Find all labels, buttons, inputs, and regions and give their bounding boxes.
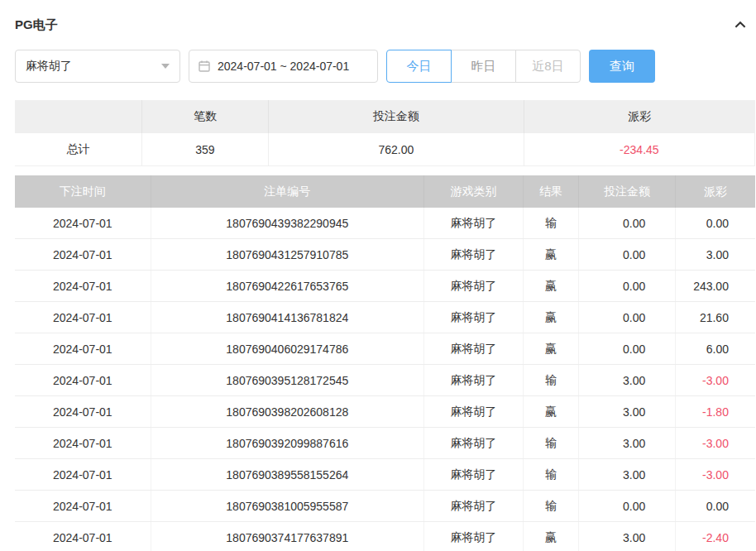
table-row: 2024-07-01 1807690381005955587 麻将胡了 输 0.…	[15, 491, 755, 522]
bet-time-cell: 2024-07-01	[15, 522, 151, 551]
game-type-cell: 麻将胡了	[424, 428, 524, 458]
game-select[interactable]: 麻将胡了	[15, 50, 180, 83]
game-type-cell: 麻将胡了	[424, 271, 524, 301]
summary-table: 笔数 投注金额 派彩 总计 359 762.00 -234.45	[15, 100, 755, 166]
bet-time-cell: 2024-07-01	[15, 365, 151, 395]
quick-filter-group: 今日 昨日 近8日	[386, 50, 581, 83]
panel-header: PG电子	[15, 13, 754, 36]
summary-header-count: 笔数	[142, 100, 269, 133]
summary-payout-value: -234.45	[524, 133, 755, 166]
summary-header-bet-amount: 投注金额	[269, 100, 524, 133]
date-range-input[interactable]: 2024-07-01 ~ 2024-07-01	[189, 50, 378, 83]
bet-table: 下注时间 注单编号 游戏类别 结果 投注金额 派彩 2024-07-01 180…	[15, 175, 755, 551]
bet-time-cell: 2024-07-01	[15, 396, 151, 427]
filter-bar: 麻将胡了 2024-07-01 ~ 2024-07-01 今日 昨日 近8日 查…	[15, 50, 754, 83]
bet-amount-cell: 0.00	[579, 333, 676, 364]
game-type-cell: 麻将胡了	[424, 365, 524, 395]
table-row: 2024-07-01 1807690422617653765 麻将胡了 赢 0.…	[15, 271, 755, 302]
order-id-cell: 1807690398202608128	[151, 396, 424, 427]
table-row: 2024-07-01 1807690406029174786 麻将胡了 赢 0.…	[15, 333, 755, 365]
bet-time-cell: 2024-07-01	[15, 271, 151, 301]
header-bet-time: 下注时间	[15, 175, 151, 208]
summary-bet-amount-value: 762.00	[269, 133, 524, 166]
search-button[interactable]: 查询	[589, 50, 655, 83]
result-cell: 赢	[524, 302, 579, 333]
bet-time-cell: 2024-07-01	[15, 302, 151, 333]
bet-amount-cell: 3.00	[579, 522, 676, 551]
payout-cell: -3.00	[676, 459, 755, 490]
result-cell: 赢	[524, 522, 579, 551]
table-row: 2024-07-01 1807690395128172545 麻将胡了 输 3.…	[15, 365, 755, 396]
bet-records-panel: PG电子 麻将胡了 2024-07-01 ~ 2024-07-01 今日 昨日	[0, 0, 756, 551]
summary-count-value: 359	[142, 133, 269, 166]
game-type-cell: 麻将胡了	[424, 459, 524, 490]
bet-time-cell: 2024-07-01	[15, 208, 151, 238]
table-row: 2024-07-01 1807690389558155264 麻将胡了 输 3.…	[15, 459, 755, 491]
game-select-value: 麻将胡了	[26, 59, 72, 74]
chevron-up-icon[interactable]	[733, 17, 748, 32]
order-id-cell: 1807690392099887616	[151, 428, 424, 458]
table-row: 2024-07-01 1807690431257910785 麻将胡了 赢 0.…	[15, 239, 755, 271]
table-row: 2024-07-01 1807690414136781824 麻将胡了 赢 0.…	[15, 302, 755, 333]
payout-cell: -2.40	[676, 522, 755, 551]
summary-total-label: 总计	[15, 133, 142, 166]
bet-time-cell: 2024-07-01	[15, 239, 151, 270]
order-id-cell: 1807690422617653765	[151, 271, 424, 301]
result-cell: 输	[524, 459, 579, 490]
order-id-cell: 1807690439382290945	[151, 208, 424, 238]
result-cell: 赢	[524, 271, 579, 301]
quick-btn-today[interactable]: 今日	[386, 50, 452, 83]
payout-cell: -3.00	[676, 365, 755, 395]
result-cell: 赢	[524, 333, 579, 364]
payout-cell: -3.00	[676, 428, 755, 458]
order-id-cell: 1807690406029174786	[151, 333, 424, 364]
bet-amount-cell: 3.00	[579, 459, 676, 490]
bet-time-cell: 2024-07-01	[15, 459, 151, 490]
order-id-cell: 1807690374177637891	[151, 522, 424, 551]
date-range-value: 2024-07-01 ~ 2024-07-01	[218, 60, 349, 73]
game-type-cell: 麻将胡了	[424, 491, 524, 521]
bet-amount-cell: 0.00	[579, 302, 676, 333]
result-cell: 赢	[524, 239, 579, 270]
bet-amount-cell: 0.00	[579, 208, 676, 238]
table-row: 2024-07-01 1807690374177637891 麻将胡了 赢 3.…	[15, 522, 755, 551]
payout-cell: 6.00	[676, 333, 755, 364]
result-cell: 输	[524, 491, 579, 521]
quick-btn-last8days[interactable]: 近8日	[515, 50, 581, 83]
bet-time-cell: 2024-07-01	[15, 428, 151, 458]
header-result: 结果	[524, 175, 579, 208]
payout-cell: 3.00	[676, 239, 755, 270]
game-type-cell: 麻将胡了	[424, 208, 524, 238]
result-cell: 赢	[524, 396, 579, 427]
bet-time-cell: 2024-07-01	[15, 333, 151, 364]
bet-amount-cell: 0.00	[579, 491, 676, 521]
game-type-cell: 麻将胡了	[424, 396, 524, 427]
game-type-cell: 麻将胡了	[424, 522, 524, 551]
payout-cell: 21.60	[676, 302, 755, 333]
order-id-cell: 1807690431257910785	[151, 239, 424, 270]
payout-cell: 0.00	[676, 208, 755, 238]
order-id-cell: 1807690381005955587	[151, 491, 424, 521]
game-type-cell: 麻将胡了	[424, 302, 524, 333]
summary-header-blank	[15, 100, 142, 133]
result-cell: 输	[524, 428, 579, 458]
bet-amount-cell: 0.00	[579, 271, 676, 301]
game-type-cell: 麻将胡了	[424, 333, 524, 364]
payout-cell: 243.00	[676, 271, 755, 301]
quick-btn-yesterday[interactable]: 昨日	[451, 50, 516, 83]
summary-header-row: 笔数 投注金额 派彩	[15, 100, 755, 133]
bet-table-body: 2024-07-01 1807690439382290945 麻将胡了 输 0.…	[15, 208, 755, 551]
table-row: 2024-07-01 1807690439382290945 麻将胡了 输 0.…	[15, 208, 755, 239]
table-row: 2024-07-01 1807690398202608128 麻将胡了 赢 3.…	[15, 396, 755, 428]
header-game-type: 游戏类别	[424, 175, 524, 208]
bet-time-cell: 2024-07-01	[15, 491, 151, 521]
bet-amount-cell: 3.00	[579, 396, 676, 427]
game-type-cell: 麻将胡了	[424, 239, 524, 270]
summary-header-payout: 派彩	[524, 100, 755, 133]
payout-cell: -1.80	[676, 396, 755, 427]
result-cell: 输	[524, 365, 579, 395]
chevron-down-icon	[161, 64, 170, 69]
payout-cell: 0.00	[676, 491, 755, 521]
header-payout: 派彩	[676, 175, 755, 208]
summary-total-row: 总计 359 762.00 -234.45	[15, 133, 755, 166]
